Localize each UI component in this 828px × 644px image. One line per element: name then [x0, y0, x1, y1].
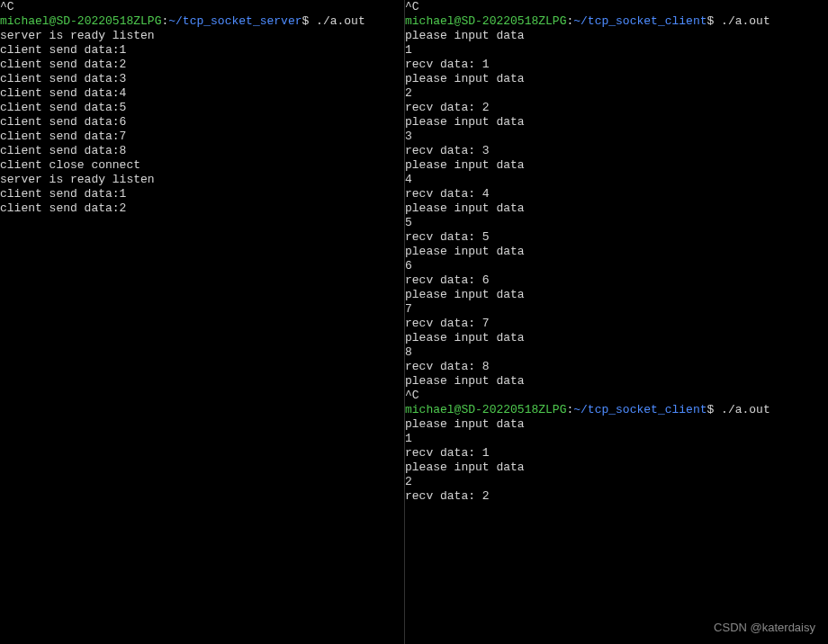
prompt-user: michael — [405, 14, 454, 28]
prompt-line[interactable]: michael@SD-20220518ZLPG:~/tcp_socket_cli… — [405, 14, 828, 29]
client-send-line: client send data:4 — [0, 86, 404, 101]
watermark: CSDN @katerdaisy — [714, 621, 815, 635]
user-input-line: 2 — [405, 86, 828, 101]
please-input-line: please input data — [405, 72, 828, 86]
client-send-line: client send data:8 — [0, 144, 404, 158]
prompt-command[interactable]: ./a.out — [714, 403, 770, 416]
prompt-command[interactable]: ./a.out — [309, 14, 364, 28]
prompt-line[interactable]: michael@SD-20220518ZLPG:~/tcp_socket_ser… — [0, 14, 404, 29]
prompt-host: SD-20220518ZLPG — [461, 14, 566, 28]
client-send-line: client send data:2 — [0, 58, 404, 72]
please-input-line: please input data — [405, 374, 828, 389]
recv-line: recv data: 4 — [405, 187, 828, 201]
client-send-line: client send data:1 — [0, 187, 404, 201]
user-input-line: 1 — [405, 43, 828, 58]
client-send-line: client send data:1 — [0, 43, 404, 58]
client-send-line: client send data:6 — [0, 115, 404, 130]
server-ready: server is ready listen — [0, 173, 404, 187]
recv-line: recv data: 2 — [405, 101, 828, 115]
client-send-line: client send data:5 — [0, 101, 404, 115]
prompt-host: SD-20220518ZLPG — [461, 403, 566, 416]
user-input-line: 5 — [405, 216, 828, 230]
please-input-line: please input data — [405, 288, 828, 302]
ctrl-c: ^C — [405, 389, 828, 403]
please-input-line: please input data — [405, 417, 828, 432]
server-ready: server is ready listen — [0, 29, 404, 43]
prompt-path: ~/tcp_socket_client — [573, 403, 706, 416]
ctrl-c: ^C — [0, 0, 404, 14]
client-send-line: client send data:7 — [0, 130, 404, 144]
please-input-line: please input data — [405, 461, 828, 475]
please-input-line: please input data — [405, 29, 828, 43]
user-input-line: 1 — [405, 432, 828, 446]
prompt-host: SD-20220518ZLPG — [56, 14, 161, 28]
client-close-line: client close connect — [0, 158, 404, 173]
ctrl-c: ^C — [405, 0, 828, 14]
please-input-line: please input data — [405, 158, 828, 173]
user-input-line: 4 — [405, 173, 828, 187]
user-input-line: 7 — [405, 302, 828, 317]
prompt-path: ~/tcp_socket_client — [573, 14, 706, 28]
user-input-line: 3 — [405, 130, 828, 144]
prompt-user: michael — [405, 403, 454, 416]
recv-line: recv data: 1 — [405, 58, 828, 72]
please-input-line: please input data — [405, 245, 828, 259]
recv-line: recv data: 7 — [405, 317, 828, 331]
recv-line: recv data: 8 — [405, 360, 828, 374]
please-input-line: please input data — [405, 201, 828, 216]
recv-line: recv data: 1 — [405, 446, 828, 461]
user-input-line: 2 — [405, 475, 828, 489]
prompt-command[interactable]: ./a.out — [714, 14, 770, 28]
user-input-line: 6 — [405, 259, 828, 273]
prompt-path: ~/tcp_socket_server — [168, 14, 302, 28]
terminal-left-pane[interactable]: ^Cmichael@SD-20220518ZLPG:~/tcp_socket_s… — [0, 0, 405, 644]
recv-line: recv data: 6 — [405, 273, 828, 288]
prompt-line[interactable]: michael@SD-20220518ZLPG:~/tcp_socket_cli… — [405, 403, 828, 417]
recv-line: recv data: 3 — [405, 144, 828, 158]
please-input-line: please input data — [405, 331, 828, 345]
prompt-user: michael — [0, 14, 50, 28]
recv-line: recv data: 2 — [405, 489, 828, 504]
terminal-right-pane[interactable]: ^Cmichael@SD-20220518ZLPG:~/tcp_socket_c… — [405, 0, 828, 644]
user-input-line: 8 — [405, 345, 828, 360]
recv-line: recv data: 5 — [405, 230, 828, 245]
client-send-line: client send data:3 — [0, 72, 404, 86]
please-input-line: please input data — [405, 115, 828, 130]
client-send-line: client send data:2 — [0, 201, 404, 216]
